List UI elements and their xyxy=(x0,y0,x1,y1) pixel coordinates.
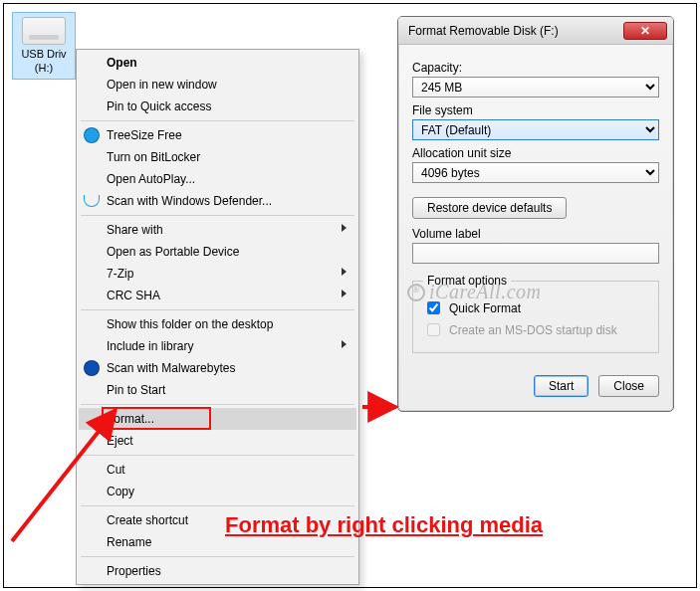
format-dialog: Format Removable Disk (F:) ✕ Capacity: 2… xyxy=(397,16,674,412)
menu-item[interactable]: Show this folder on the desktop xyxy=(79,313,356,335)
menu-separator xyxy=(81,309,354,310)
dialog-title: Format Removable Disk (F:) xyxy=(408,24,559,38)
menu-separator xyxy=(81,455,354,456)
msdos-option: Create an MS-DOS startup disk xyxy=(423,320,648,339)
capacity-label: Capacity: xyxy=(412,61,659,75)
menu-item[interactable]: Open AutoPlay... xyxy=(79,168,356,190)
chevron-right-icon xyxy=(342,268,347,276)
menu-separator xyxy=(81,404,354,405)
start-button[interactable]: Start xyxy=(534,375,588,397)
menu-item-label: Show this folder on the desktop xyxy=(107,317,273,331)
menu-item-label: Turn on BitLocker xyxy=(107,150,200,164)
volume-label-input[interactable] xyxy=(412,243,659,264)
drive-icon xyxy=(22,17,66,45)
defender-icon xyxy=(84,195,100,207)
menu-item[interactable]: Pin to Quick access xyxy=(79,96,356,117)
menu-item[interactable]: Open as Portable Device xyxy=(79,241,356,263)
filesystem-label: File system xyxy=(412,103,659,117)
menu-item-label: TreeSize Free xyxy=(107,128,182,142)
menu-item-label: Open as Portable Device xyxy=(107,245,239,259)
allocunit-select[interactable]: 4096 bytes xyxy=(412,162,659,183)
menu-item[interactable]: CRC SHA xyxy=(79,285,356,306)
format-options-group: Format options Quick Format Create an MS… xyxy=(412,274,659,353)
menu-item-label: Pin to Quick access xyxy=(107,99,211,113)
filesystem-select[interactable]: FAT (Default) xyxy=(412,119,659,140)
menu-item[interactable]: Scan with Windows Defender... xyxy=(79,190,356,212)
menu-separator xyxy=(81,556,354,557)
menu-item[interactable]: 7-Zip xyxy=(79,263,356,285)
menu-item-label: Open xyxy=(107,56,137,70)
menu-item-label: Create shortcut xyxy=(107,513,188,527)
menu-item[interactable]: Pin to Start xyxy=(79,379,356,401)
drive-label-line1: USB Driv xyxy=(15,47,73,61)
menu-item-label: CRC SHA xyxy=(107,289,160,302)
usb-drive-icon[interactable]: USB Driv (H:) xyxy=(12,12,76,80)
menu-item[interactable]: Scan with Malwarebytes xyxy=(79,357,356,379)
menu-item-label: Scan with Windows Defender... xyxy=(107,194,272,208)
treesize-icon xyxy=(84,127,100,143)
chevron-right-icon xyxy=(342,290,347,297)
quick-format-option[interactable]: Quick Format xyxy=(423,298,648,317)
menu-item-label: Eject xyxy=(107,434,133,448)
menu-item[interactable]: Eject xyxy=(79,430,356,452)
menu-item-label: Properties xyxy=(107,564,161,578)
menu-item-label: Rename xyxy=(107,535,151,549)
menu-item[interactable]: Cut xyxy=(79,459,356,481)
menu-item-label: Copy xyxy=(107,485,134,498)
menu-item-label: Cut xyxy=(107,463,125,477)
close-icon[interactable]: ✕ xyxy=(623,22,667,40)
context-menu: OpenOpen in new windowPin to Quick acces… xyxy=(76,49,359,585)
menu-item[interactable]: Format... xyxy=(79,408,356,430)
restore-defaults-button[interactable]: Restore device defaults xyxy=(412,197,567,219)
volume-label-caption: Volume label xyxy=(412,227,659,241)
menu-item[interactable]: Share with xyxy=(79,219,356,241)
allocunit-label: Allocation unit size xyxy=(412,146,659,160)
menu-item-label: Open AutoPlay... xyxy=(107,172,195,186)
msdos-label: Create an MS-DOS startup disk xyxy=(449,323,617,337)
menu-separator xyxy=(81,120,354,121)
menu-item[interactable]: TreeSize Free xyxy=(79,124,356,146)
quick-format-label: Quick Format xyxy=(449,301,521,315)
menu-separator xyxy=(81,215,354,216)
malware-icon xyxy=(84,360,100,376)
menu-item[interactable]: Properties xyxy=(79,560,356,582)
annotation-caption: Format by right clicking media xyxy=(225,512,543,538)
menu-item-label: Pin to Start xyxy=(107,383,165,397)
capacity-select[interactable]: 245 MB xyxy=(412,77,659,98)
menu-item-label: Include in library xyxy=(107,339,193,353)
format-options-legend: Format options xyxy=(423,274,511,288)
menu-item-label: 7-Zip xyxy=(107,267,133,281)
msdos-checkbox xyxy=(427,323,440,336)
chevron-right-icon xyxy=(342,224,347,232)
menu-item[interactable]: Open xyxy=(79,52,356,74)
menu-separator xyxy=(81,505,354,506)
menu-item-label: Open in new window xyxy=(107,78,217,92)
menu-item-label: Scan with Malwarebytes xyxy=(107,361,235,375)
quick-format-checkbox[interactable] xyxy=(427,301,440,314)
menu-item-label: Format... xyxy=(107,412,154,426)
menu-item[interactable]: Open in new window xyxy=(79,74,356,96)
menu-item[interactable]: Copy xyxy=(79,481,356,502)
drive-label-line2: (H:) xyxy=(15,61,73,75)
menu-item-label: Share with xyxy=(107,223,163,237)
chevron-right-icon xyxy=(342,340,347,348)
close-button[interactable]: Close xyxy=(598,375,659,397)
menu-item[interactable]: Include in library xyxy=(79,335,356,357)
menu-item[interactable]: Turn on BitLocker xyxy=(79,146,356,168)
dialog-titlebar[interactable]: Format Removable Disk (F:) ✕ xyxy=(398,17,673,45)
